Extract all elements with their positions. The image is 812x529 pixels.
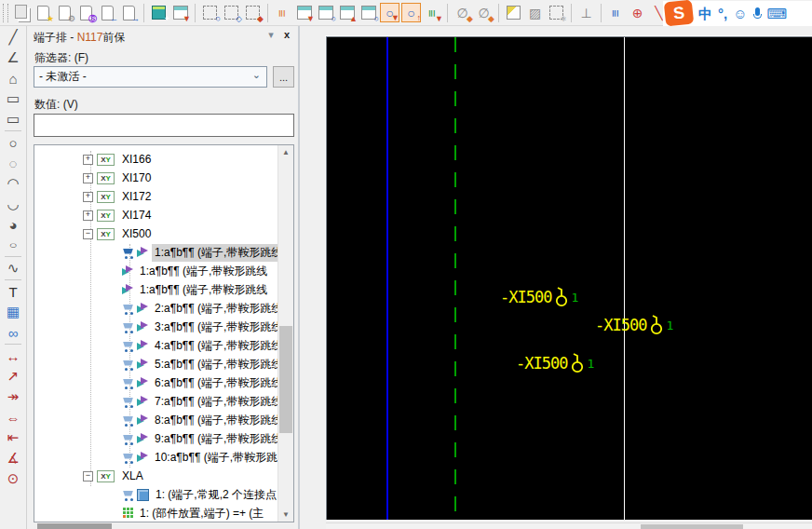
dimension-aligned-icon[interactable]: ↗ [3,366,23,387]
terminal-symbol[interactable] [554,287,568,307]
terminal-symbol[interactable] [649,315,663,335]
tree-item[interactable]: 5:a¶b¶¶ (端子,带鞍形跳线 [34,355,278,373]
insert-terminal-strip-icon[interactable]: ≡ [606,3,626,22]
ime-keyboard-icon[interactable]: ⌨ [767,7,788,20]
tree-vertical-scrollbar[interactable]: ▲ ▼ [277,145,293,522]
column-separator-green-dashed[interactable] [454,37,456,520]
insert-text-icon[interactable]: T [3,281,23,302]
tree-item[interactable]: 6:a¶b¶¶ (端子,带鞍形跳线 [34,373,278,392]
terminal-tree[interactable]: +XYXI166+XYXI170+XYXI172+XYXI174−XYXI500… [34,144,294,522]
tree-item[interactable]: 8:a¶b¶¶ (端子,带鞍形跳线 [34,411,278,429]
insert-hyperlink-icon[interactable]: ∞ [3,322,23,343]
expand-box-icon[interactable]: + [83,155,93,165]
filter-combobox[interactable]: - 未激活 - ⌄ [34,66,267,88]
draw-rectangle-2point-icon[interactable]: ▭ [3,109,23,129]
page-import-icon[interactable]: ← [98,3,117,22]
tree-item[interactable]: 7:a¶b¶¶ (端子,带鞍形跳线 [34,392,278,411]
copy-pages-icon[interactable] [12,3,32,22]
table-select-icon[interactable]: ○ [316,3,335,22]
symbol-pin-multi-icon[interactable]: ∅◆ [453,3,472,22]
expand-box-icon[interactable]: + [83,210,93,221]
terminal-rows-icon[interactable]: ≡ [273,3,292,22]
draw-polygon-icon[interactable]: ⌂ [3,68,23,88]
tree-item[interactable]: 1:a¶b¶¶ (端子,带鞍形跳线 [34,280,278,299]
tree-item[interactable]: 10:a¶b¶¶ (端子,带鞍形跳 [34,448,278,467]
select-symbol-icon[interactable]: ◇ [222,3,241,22]
dimension-linear-icon[interactable]: ↔ [3,346,23,366]
filter-browse-button[interactable]: ... [273,66,294,88]
expand-box-icon[interactable]: + [83,192,93,202]
table-filter-icon[interactable]: ▼ [294,3,314,22]
expand-box-icon[interactable]: + [83,173,93,183]
tree-item[interactable]: 9:a¶b¶¶ (端子,带鞍形跳线 [34,429,278,448]
draw-arc-icon[interactable]: ◠ [3,173,23,194]
table-search-icon[interactable]: ○ [359,3,378,22]
tree-item[interactable]: 1: (部件放置,端子) =+ (主 [34,504,278,522]
device-filter-icon[interactable]: ○▼ [380,3,399,22]
collapse-box-icon[interactable]: − [83,471,93,482]
scroll-up-icon[interactable]: ▲ [278,145,293,159]
tree-item[interactable]: 4:a¶b¶¶ (端子,带鞍形跳线 [34,336,278,355]
value-input[interactable] [34,114,294,137]
macro-filter-icon[interactable]: ▼ [170,3,190,22]
device-navigate-icon[interactable]: ○↑ [401,3,421,22]
canvas-horizontal-scrollbar[interactable] [326,522,812,529]
page-properties-icon[interactable]: ⚙ [55,3,74,22]
tree-item[interactable]: 1:a¶b¶¶ (端子,带鞍形跳线 [34,243,278,262]
corner-fill-icon[interactable] [504,3,523,22]
dimension-baseline-icon[interactable]: ⇤ [3,427,23,448]
draw-rectangle-icon[interactable]: ▭ [3,88,23,109]
draw-polyline-icon[interactable]: ∠ [3,47,23,68]
stamp-icon[interactable]: ⊥ [576,3,596,22]
tree-item[interactable]: +XYXI170 [34,169,278,187]
draw-circle-3point-icon[interactable]: ◌ [3,153,23,173]
ime-language-mode-icon[interactable]: 中 [698,7,712,20]
table-filter-apply-icon[interactable]: ▲ [337,3,357,22]
dimension-angle-icon[interactable]: ∡ [3,448,23,468]
tree-item[interactable]: −XYXI500 [34,224,278,243]
draw-circle-icon[interactable]: ○ [3,132,23,153]
collapse-box-icon[interactable]: − [83,229,93,239]
tree-hscrollbar-thumb[interactable] [37,523,112,529]
tree-horizontal-scrollbar[interactable] [34,523,294,529]
select-connections-icon[interactable]: ○ [200,3,220,22]
insert-window-macro-icon[interactable]: + [149,3,169,22]
dimension-continued-icon[interactable]: ↠ [3,387,23,407]
close-icon[interactable]: x [280,29,293,40]
draw-sector-icon[interactable]: ◕ [3,214,23,235]
draw-line-icon[interactable]: ╱ [3,27,23,47]
terminal-designation[interactable]: -XI5001 [516,353,594,373]
panel-menu-icon[interactable]: ▾ [264,29,277,41]
page-macro-icon[interactable]: Ⓢ [76,3,96,22]
draw-spline-icon[interactable]: ∿ [3,258,23,278]
ime-punctuation-icon[interactable]: °, [718,7,727,20]
plot-frame-line-blue[interactable] [386,37,388,520]
column-separator-white[interactable] [624,37,625,520]
insert-image-icon[interactable]: ▦ [3,302,23,322]
sogou-logo[interactable]: S [664,0,695,26]
draw-ellipse-icon[interactable]: ○ [3,235,23,255]
page-export-icon[interactable]: → [119,3,139,22]
terminal-designation[interactable]: -XI5001 [595,315,673,335]
schematic-canvas[interactable]: -XI5001-XI5001-XI5001 [326,36,812,520]
canvas-hscrollbar-thumb[interactable] [641,524,743,529]
terminal-filter-icon[interactable]: ≡▼ [423,3,442,22]
new-page-icon[interactable]: ★ [34,3,53,22]
tree-item[interactable]: 3:a¶b¶¶ (端子,带鞍形跳线 [34,318,278,336]
insert-plug-icon[interactable]: ⊕ [628,3,647,22]
ime-voice[interactable] [753,7,762,20]
tree-scrollbar-thumb[interactable] [279,326,292,433]
tree-item[interactable]: 2:a¶b¶¶ (端子,带鞍形跳线 [34,299,278,318]
hatch-fill-icon[interactable]: ▨ [525,3,545,22]
tree-item[interactable]: +XYXI166 [34,150,278,169]
tree-item[interactable]: +XYXI172 [34,187,278,206]
select-symbol-target-icon[interactable]: ◆ [243,3,263,22]
ime-emoji-icon[interactable]: ☺ [733,7,747,20]
dimension-radius-icon[interactable]: ⊙ [3,468,23,489]
tree-item[interactable]: −XYXLA [34,467,278,485]
terminal-symbol[interactable] [570,353,584,373]
dimension-chain-icon[interactable]: ⇔ [3,407,23,427]
tree-item[interactable]: +XYXI174 [34,206,278,224]
tree-item[interactable]: 1: (端子,常规,2 个连接点 [34,485,278,504]
pattern-placeholder-icon[interactable]: ∗ [547,3,566,22]
